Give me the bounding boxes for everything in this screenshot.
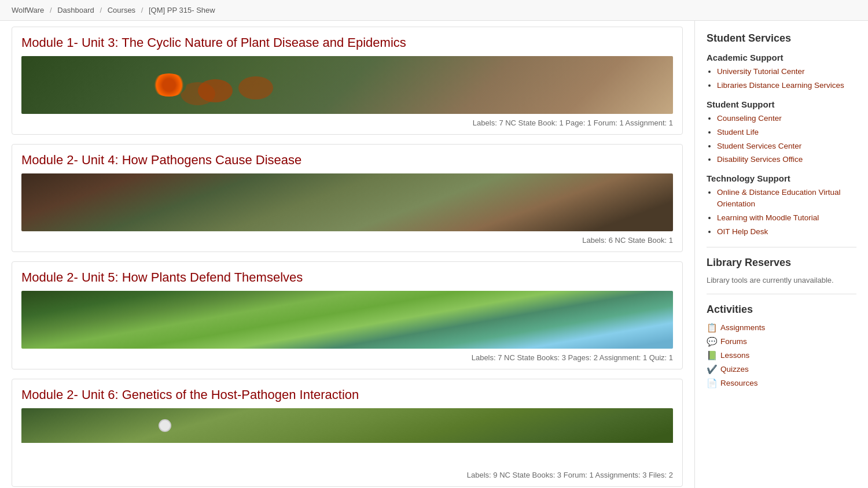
breadcrumb-wolfware[interactable]: WolfWare <box>12 6 44 14</box>
list-item: Student Services Center <box>717 141 856 152</box>
link-resources[interactable]: Resources <box>720 379 758 387</box>
link-counseling[interactable]: Counseling Center <box>717 114 782 123</box>
breadcrumb-dashboard[interactable]: Dashboard <box>57 6 94 14</box>
module-image-3 <box>21 291 673 349</box>
link-moodle-tutorial[interactable]: Learning with Moodle Tutorial <box>717 213 819 222</box>
sidebar-library-text: Library tools are currently unavailable. <box>707 276 856 284</box>
list-item: University Tutorial Center <box>717 66 856 77</box>
module-image-placeholder-4 <box>21 408 673 443</box>
module-title-1[interactable]: Module 1- Unit 3: The Cyclic Nature of P… <box>12 27 682 56</box>
link-quizzes[interactable]: Quizzes <box>720 365 749 374</box>
list-item: 📄 Resources <box>707 378 856 389</box>
sidebar-academic-support-title: Academic Support <box>707 53 856 62</box>
module-image-4 <box>21 408 673 466</box>
sidebar-student-services-title: Student Services <box>707 32 856 45</box>
list-item: Disability Services Office <box>717 154 856 165</box>
list-item: OIT Help Desk <box>717 226 856 238</box>
module-card-4: Module 2- Unit 6: Genetics of the Host-P… <box>12 379 683 487</box>
breadcrumb-sep3: / <box>141 6 144 14</box>
assignments-icon: 📋 <box>707 323 717 333</box>
list-item: ✔️ Quizzes <box>707 364 856 375</box>
resources-icon: 📄 <box>707 378 717 389</box>
list-item: Online & Distance Education Virtual Orie… <box>717 187 856 210</box>
breadcrumb-current: [QM] PP 315- Shew <box>149 6 215 14</box>
list-item: 💬 Forums <box>707 337 856 347</box>
sidebar-activities-title: Activities <box>707 304 856 316</box>
module-labels-3: Labels: 7 NC State Books: 3 Pages: 2 Ass… <box>12 349 682 369</box>
sidebar-divider-2 <box>707 294 856 294</box>
module-card-3: Module 2- Unit 5: How Plants Defend Them… <box>12 261 683 369</box>
list-item: 📋 Assignments <box>707 323 856 333</box>
link-oit-help[interactable]: OIT Help Desk <box>717 227 768 236</box>
module-card-2: Module 2- Unit 4: How Pathogens Cause Di… <box>12 144 683 252</box>
list-item: Learning with Moodle Tutorial <box>717 212 856 224</box>
breadcrumb-sep2: / <box>100 6 102 14</box>
link-university-tutorial[interactable]: University Tutorial Center <box>717 67 805 76</box>
sidebar-library-reserves-title: Library Reserves <box>707 257 856 269</box>
activities-list: 📋 Assignments 💬 Forums 📗 Lessons ✔️ Quiz… <box>707 323 856 389</box>
sidebar-tech-support-list: Online & Distance Education Virtual Orie… <box>707 187 856 238</box>
module-labels-4: Labels: 9 NC State Books: 3 Forum: 1 Ass… <box>12 466 682 486</box>
breadcrumb-courses[interactable]: Courses <box>108 6 135 14</box>
sidebar-student-support-list: Counseling Center Student Life Student S… <box>707 113 856 166</box>
module-card-1: Module 1- Unit 3: The Cyclic Nature of P… <box>12 27 683 135</box>
link-forums[interactable]: Forums <box>720 337 747 346</box>
link-assignments[interactable]: Assignments <box>720 323 765 332</box>
link-student-services-center[interactable]: Student Services Center <box>717 142 801 150</box>
module-image-placeholder-1 <box>21 56 673 114</box>
link-lessons[interactable]: Lessons <box>720 351 749 360</box>
link-libraries-distance[interactable]: Libraries Distance Learning Services <box>717 81 844 90</box>
breadcrumb: WolfWare / Dashboard / Courses / [QM] PP… <box>0 0 868 21</box>
breadcrumb-sep1: / <box>50 6 52 14</box>
module-title-4[interactable]: Module 2- Unit 6: Genetics of the Host-P… <box>12 379 682 408</box>
main-content: Module 1- Unit 3: The Cyclic Nature of P… <box>0 21 694 488</box>
module-image-1 <box>21 56 673 114</box>
module-labels-2: Labels: 6 NC State Book: 1 <box>12 231 682 252</box>
module-image-placeholder-2 <box>21 173 673 231</box>
list-item: Counseling Center <box>717 113 856 124</box>
module-title-2[interactable]: Module 2- Unit 4: How Pathogens Cause Di… <box>12 145 682 173</box>
sidebar-student-support-title: Student Support <box>707 99 856 109</box>
link-student-life[interactable]: Student Life <box>717 128 759 136</box>
link-online-distance-ed[interactable]: Online & Distance Education Virtual Orie… <box>717 188 841 208</box>
lessons-icon: 📗 <box>707 350 717 361</box>
quizzes-icon: ✔️ <box>707 364 717 375</box>
sidebar-tech-support-title: Technology Support <box>707 173 856 183</box>
sidebar-divider-1 <box>707 247 856 247</box>
module-image-placeholder-3 <box>21 291 673 349</box>
list-item: Student Life <box>717 127 856 138</box>
list-item: 📗 Lessons <box>707 350 856 361</box>
sidebar: Student Services Academic Support Univer… <box>694 21 868 488</box>
link-disability-services[interactable]: Disability Services Office <box>717 155 803 164</box>
forums-icon: 💬 <box>707 337 717 347</box>
module-title-3[interactable]: Module 2- Unit 5: How Plants Defend Them… <box>12 262 682 291</box>
list-item: Libraries Distance Learning Services <box>717 80 856 91</box>
module-image-2 <box>21 173 673 231</box>
module-labels-1: Labels: 7 NC State Book: 1 Page: 1 Forum… <box>12 114 682 134</box>
sidebar-academic-support-list: University Tutorial Center Libraries Dis… <box>707 66 856 91</box>
